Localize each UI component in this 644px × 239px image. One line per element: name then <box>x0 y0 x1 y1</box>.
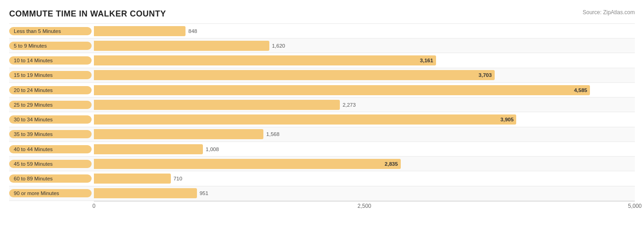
bar-row: 25 to 29 Minutes 2,273 <box>9 98 635 112</box>
chart-area: Less than 5 Minutes 848 5 to 9 Minutes <box>9 23 635 212</box>
bar-label-area: 15 to 19 Minutes <box>9 71 94 79</box>
bar-label: 30 to 34 Minutes <box>9 115 92 124</box>
bar-value: 951 <box>200 190 208 196</box>
bar-chart-area: 3,161 <box>94 53 635 67</box>
bar-chart-area: 3,703 <box>94 68 635 82</box>
bar-fill <box>94 129 263 139</box>
bar-label-area: 60 to 89 Minutes <box>9 174 94 183</box>
bar-fill <box>94 41 269 51</box>
bar-label: 20 to 24 Minutes <box>9 86 92 94</box>
x-label-5000: 5,000 <box>628 203 642 209</box>
bar-label-area: 20 to 24 Minutes <box>9 86 94 94</box>
bar-label: 90 or more Minutes <box>9 189 92 197</box>
bar-row: 35 to 39 Minutes 1,568 <box>9 127 635 142</box>
bar-label: 5 to 9 Minutes <box>9 42 92 50</box>
bar-fill: 2,835 <box>94 159 401 169</box>
bar-label: 10 to 14 Minutes <box>9 56 92 65</box>
bar-row: 5 to 9 Minutes 1,620 <box>9 38 635 53</box>
bar-label-area: 30 to 34 Minutes <box>9 115 94 124</box>
bar-value: 710 <box>174 176 182 181</box>
x-label-0: 0 <box>93 203 96 209</box>
bar-fill <box>94 26 186 36</box>
bar-fill: 3,703 <box>94 70 495 80</box>
bar-fill <box>94 188 197 198</box>
bar-value-inside: 2,835 <box>385 161 398 167</box>
bars-section: Less than 5 Minutes 848 5 to 9 Minutes <box>9 23 635 201</box>
bar-label: 40 to 44 Minutes <box>9 145 92 153</box>
bar-chart-area: 4,585 <box>94 83 635 97</box>
bar-label-area: 40 to 44 Minutes <box>9 145 94 153</box>
bar-value: 2,273 <box>343 102 356 108</box>
bar-row: 60 to 89 Minutes 710 <box>9 171 635 186</box>
bar-value: 1,568 <box>266 131 279 137</box>
bar-fill <box>94 174 171 184</box>
bar-value: 848 <box>188 28 197 34</box>
bar-label: 45 to 59 Minutes <box>9 160 92 168</box>
bar-row: 20 to 24 Minutes 4,585 <box>9 83 635 98</box>
bar-row: 90 or more Minutes 951 <box>9 186 635 201</box>
chart-source: Source: ZipAtlas.com <box>583 9 635 16</box>
bar-chart-area: 1,568 <box>94 127 635 141</box>
bar-label-area: 35 to 39 Minutes <box>9 130 94 138</box>
bar-chart-area: 848 <box>94 24 635 38</box>
bar-chart-area: 951 <box>94 186 635 201</box>
bar-label: 60 to 89 Minutes <box>9 174 92 183</box>
chart-title: COMMUTE TIME IN WALKER COUNTY <box>9 9 166 19</box>
bar-row: 45 to 59 Minutes 2,835 <box>9 157 635 171</box>
bar-label: 15 to 19 Minutes <box>9 71 92 79</box>
bar-row: 30 to 34 Minutes 3,905 <box>9 112 635 127</box>
bar-chart-area: 3,905 <box>94 112 635 126</box>
bar-label: Less than 5 Minutes <box>9 27 92 35</box>
bar-chart-area: 2,835 <box>94 157 635 171</box>
bar-fill: 4,585 <box>94 85 590 95</box>
bar-value-inside: 3,703 <box>479 72 492 78</box>
bar-label-area: 90 or more Minutes <box>9 189 94 197</box>
bar-fill <box>94 100 340 110</box>
x-axis: 0 2,500 5,000 <box>94 201 635 212</box>
bar-row: 10 to 14 Minutes 3,161 <box>9 53 635 68</box>
bar-label-area: 25 to 29 Minutes <box>9 101 94 109</box>
bar-label-area: 10 to 14 Minutes <box>9 56 94 65</box>
bar-row: 15 to 19 Minutes 3,703 <box>9 68 635 83</box>
bar-value: 1,620 <box>272 43 285 49</box>
x-label-2500: 2,500 <box>357 203 371 209</box>
bar-value-inside: 3,905 <box>501 117 514 122</box>
chart-header: COMMUTE TIME IN WALKER COUNTY Source: Zi… <box>9 9 635 19</box>
bar-row: Less than 5 Minutes 848 <box>9 23 635 38</box>
bar-value-inside: 3,161 <box>420 58 433 63</box>
bar-value-inside: 4,585 <box>574 87 587 93</box>
chart-container: COMMUTE TIME IN WALKER COUNTY Source: Zi… <box>0 0 644 239</box>
bar-fill <box>94 144 203 154</box>
bar-label: 25 to 29 Minutes <box>9 101 92 109</box>
bar-label-area: 5 to 9 Minutes <box>9 42 94 50</box>
bar-chart-area: 2,273 <box>94 98 635 112</box>
bar-row: 40 to 44 Minutes 1,008 <box>9 142 635 157</box>
bar-label-area: 45 to 59 Minutes <box>9 160 94 168</box>
bar-chart-area: 1,008 <box>94 142 635 156</box>
bar-label: 35 to 39 Minutes <box>9 130 92 138</box>
bar-chart-area: 710 <box>94 171 635 185</box>
bar-label-area: Less than 5 Minutes <box>9 27 94 35</box>
bar-chart-area: 1,620 <box>94 38 635 53</box>
bar-fill: 3,161 <box>94 55 436 65</box>
bar-value: 1,008 <box>206 147 219 152</box>
bar-fill: 3,905 <box>94 114 516 125</box>
